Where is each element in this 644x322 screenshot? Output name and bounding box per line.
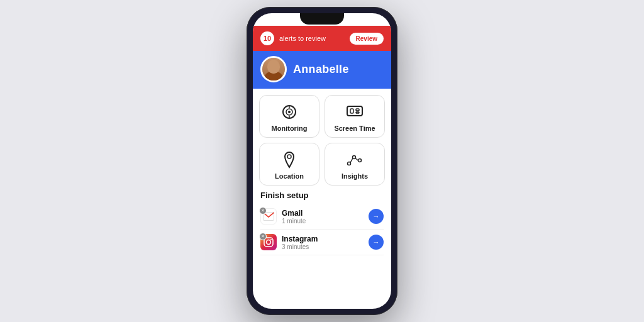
setup-item-instagram: ✕ Instagram 3 minutes → [260,230,384,255]
insights-card[interactable]: Insights [325,143,385,186]
gmail-arrow[interactable]: → [369,209,384,224]
alert-text: alerts to review [279,35,345,42]
svg-rect-8 [356,112,359,113]
svg-rect-6 [350,109,353,113]
setup-item-gmail: ✕ Gmail 1 minute → [260,204,384,230]
phone-frame: 10 alerts to review Review Annabelle [247,7,397,315]
instagram-remove-icon[interactable]: ✕ [259,233,267,240]
phone-notch [300,13,344,25]
instagram-name: Instagram [282,235,364,243]
monitoring-icon [280,103,298,121]
profile-header: Annabelle [253,51,391,89]
location-label: Location [275,172,304,180]
instagram-info: Instagram 3 minutes [282,235,364,250]
svg-point-18 [270,239,272,240]
instagram-icon-wrap: ✕ [260,234,277,250]
instagram-arrow[interactable]: → [369,235,384,250]
review-button[interactable]: Review [350,33,384,45]
cards-grid: Monitoring Screen Time [253,89,391,191]
monitoring-card[interactable]: Monitoring [259,95,319,138]
svg-point-17 [267,240,271,245]
svg-point-2 [288,111,291,113]
finish-setup-title: Finish setup [260,191,384,200]
phone-screen: 10 alerts to review Review Annabelle [253,13,391,309]
screen-time-icon [346,103,364,121]
screen-time-card[interactable]: Screen Time [325,95,385,138]
gmail-info: Gmail 1 minute [282,209,364,225]
gmail-remove-icon[interactable]: ✕ [259,207,267,214]
alert-count-badge: 10 [260,31,274,45]
alert-bar: 10 alerts to review Review [253,26,391,51]
location-icon [282,151,296,169]
gmail-icon-wrap: ✕ [260,208,277,225]
finish-setup-section: Finish setup ✕ Gmail 1 minute [253,191,391,255]
profile-name: Annabelle [293,63,349,76]
avatar-image [262,56,285,82]
gmail-name: Gmail [282,209,364,218]
screen-time-label: Screen Time [334,125,375,132]
location-card[interactable]: Location [259,143,319,186]
monitoring-label: Monitoring [272,125,308,132]
avatar [260,56,287,82]
insights-label: Insights [341,172,368,180]
svg-rect-5 [347,106,362,116]
instagram-time: 3 minutes [282,243,364,250]
gmail-time: 1 minute [282,218,364,225]
insights-icon [346,151,364,169]
svg-point-9 [287,155,291,158]
svg-rect-7 [356,109,359,111]
svg-line-13 [350,158,353,163]
